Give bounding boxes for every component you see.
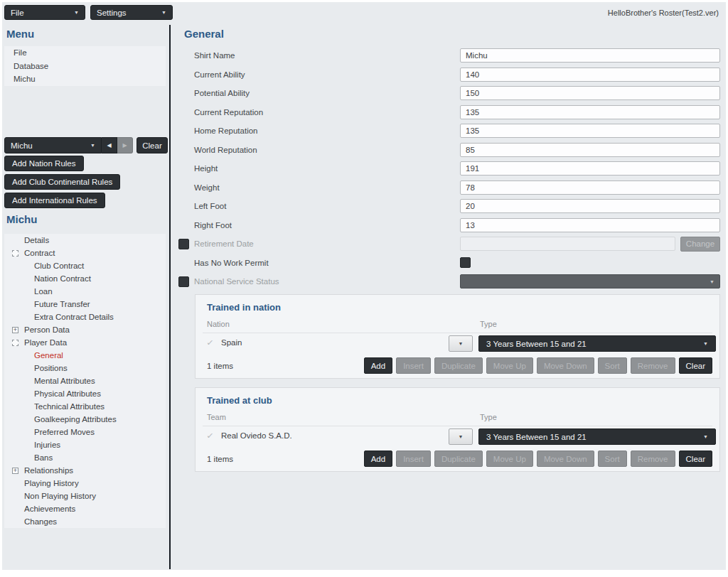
current-ability-input[interactable]: [460, 68, 720, 82]
insert-button: Insert: [396, 451, 431, 467]
tree-item-physical-attributes[interactable]: Physical Attributes: [4, 387, 166, 400]
prev-record-button[interactable]: ◀: [102, 137, 117, 153]
home-reputation-input[interactable]: [460, 124, 720, 138]
nation-value: Spain: [221, 338, 242, 347]
tree-item-player-data[interactable]: Player Data: [4, 336, 166, 349]
record-navigation: Michu ▼ ◀ ▶ Clear: [4, 137, 168, 153]
world-reputation-input[interactable]: [460, 143, 720, 157]
tree-item-goalkeeping-attributes[interactable]: Goalkeeping Attributes: [4, 413, 166, 426]
field-label: Right Foot: [194, 221, 232, 230]
field-label: National Service Status: [194, 277, 279, 286]
panel-title: Trained in nation: [207, 302, 281, 313]
right-foot-input[interactable]: [460, 218, 720, 232]
tree-item-club-contract[interactable]: Club Contract: [4, 259, 166, 272]
national-service-dropdown: ▼: [460, 274, 720, 288]
remove-button: Remove: [631, 451, 675, 467]
add-club-continental-rules-button[interactable]: Add Club Continental Rules: [4, 174, 120, 190]
expand-icon[interactable]: +: [12, 327, 18, 333]
tree-item-positions[interactable]: Positions: [4, 362, 166, 374]
tree-item-mental-attributes[interactable]: Mental Attributes: [4, 374, 166, 387]
type-dropdown-value: 3 Years Between 15 and 21: [486, 433, 587, 441]
tree-item-future-transfer[interactable]: Future Transfer: [4, 298, 166, 311]
general-form: Shirt Name Current Ability Potential Abi…: [178, 46, 720, 291]
tree-item-loan[interactable]: Loan: [4, 285, 166, 298]
field-label: Home Reputation: [194, 126, 258, 135]
clear-button[interactable]: Clear: [679, 451, 712, 467]
sort-button: Sort: [598, 451, 627, 467]
height-input[interactable]: [460, 161, 720, 176]
sidebar-item-michu[interactable]: Michu: [4, 72, 166, 86]
move-up-button: Move Up: [486, 357, 533, 374]
national-service-checkbox[interactable]: [178, 276, 189, 287]
tree-item-person-data[interactable]: +Person Data: [4, 323, 166, 336]
move-down-button: Move Down: [537, 451, 594, 467]
change-date-button: Change: [680, 237, 720, 252]
add-nation-rules-button[interactable]: Add Nation Rules: [4, 156, 84, 171]
left-foot-input[interactable]: [460, 199, 720, 213]
tree-item-injuries[interactable]: Injuries: [4, 438, 166, 451]
retirement-date-checkbox[interactable]: [178, 239, 189, 249]
tree-item-details[interactable]: Details: [4, 234, 166, 247]
field-label: Weight: [194, 183, 220, 192]
tree-item-playing-history[interactable]: Playing History: [4, 477, 166, 490]
type-dropdown[interactable]: 3 Years Between 15 and 21▼: [478, 428, 716, 445]
shirt-name-input[interactable]: [460, 48, 720, 63]
move-up-button: Move Up: [486, 451, 533, 467]
file-menu-label: File: [11, 9, 24, 17]
sort-button: Sort: [598, 357, 627, 374]
type-dropdown[interactable]: 3 Years Between 15 and 21▼: [478, 335, 716, 352]
add-button[interactable]: Add: [364, 357, 392, 374]
sidebar-item-database[interactable]: Database: [4, 60, 166, 73]
tree-item-changes[interactable]: Changes: [4, 515, 166, 528]
tree-item-general[interactable]: General: [4, 349, 166, 362]
check-icon: ✓: [206, 338, 214, 347]
tree-item-technical-attributes[interactable]: Technical Attributes: [4, 400, 166, 413]
insert-button: Insert: [396, 357, 431, 374]
tree-item-contract[interactable]: Contract: [4, 247, 166, 259]
team-picker-dropdown[interactable]: ▼: [449, 428, 473, 445]
clear-button[interactable]: Clear: [679, 357, 712, 374]
add-button[interactable]: Add: [364, 451, 392, 467]
tree-item-nation-contract[interactable]: Nation Contract: [4, 272, 166, 285]
items-count: 1 items: [207, 362, 233, 370]
collapse-icon[interactable]: [12, 250, 18, 257]
tree-item-preferred-moves[interactable]: Preferred Moves: [4, 426, 166, 438]
field-label: Current Reputation: [194, 108, 263, 117]
retirement-date-input: [460, 237, 675, 251]
remove-button: Remove: [631, 357, 675, 374]
sidebar-item-file[interactable]: File: [4, 46, 166, 60]
collapse-icon[interactable]: [12, 340, 18, 346]
tree-item-bans[interactable]: Bans: [4, 451, 166, 464]
nation-picker-dropdown[interactable]: ▼: [449, 335, 473, 352]
items-count: 1 items: [207, 455, 233, 463]
current-reputation-input[interactable]: [460, 105, 720, 119]
record-selector[interactable]: Michu ▼: [4, 137, 102, 153]
panel-title: Trained at club: [207, 395, 272, 406]
player-title: Michu: [6, 213, 37, 225]
panel-footer: 1 items Add Insert Duplicate Move Up Mov…: [203, 357, 712, 374]
column-header-row: Nation Type: [203, 318, 712, 333]
vertical-separator: [169, 25, 171, 569]
weight-input[interactable]: [460, 180, 720, 195]
table-row: ✓ Spain ▼ 3 Years Between 15 and 21▼: [203, 333, 712, 353]
tree-item-achievements[interactable]: Achievements: [4, 502, 166, 515]
menu-title: Menu: [6, 28, 34, 40]
settings-menu-dropdown[interactable]: Settings ▼: [90, 5, 173, 20]
tree-item-relationships[interactable]: +Relationships: [4, 464, 166, 477]
expand-icon[interactable]: +: [12, 468, 18, 474]
clear-record-button[interactable]: Clear: [136, 137, 168, 153]
file-menu-dropdown[interactable]: File ▼: [4, 5, 85, 20]
duplicate-button: Duplicate: [434, 451, 483, 467]
app-window: File ▼ Settings ▼ HelloBrother's Roster(…: [2, 2, 726, 570]
tree-item-extra-contract-details[interactable]: Extra Contract Details: [4, 311, 166, 323]
chevron-down-icon: ▼: [68, 10, 79, 15]
field-label: Shirt Name: [194, 51, 235, 60]
chevron-down-icon: ▼: [703, 434, 708, 439]
potential-ability-input[interactable]: [460, 86, 720, 100]
add-international-rules-button[interactable]: Add International Rules: [4, 193, 105, 208]
chevron-down-icon: ▼: [90, 143, 95, 148]
field-label: Retirement Date: [194, 239, 254, 248]
menu-list: File Database Michu: [4, 46, 166, 86]
work-permit-checkbox[interactable]: [460, 257, 471, 268]
tree-item-non-playing-history[interactable]: Non Playing History: [4, 490, 166, 502]
